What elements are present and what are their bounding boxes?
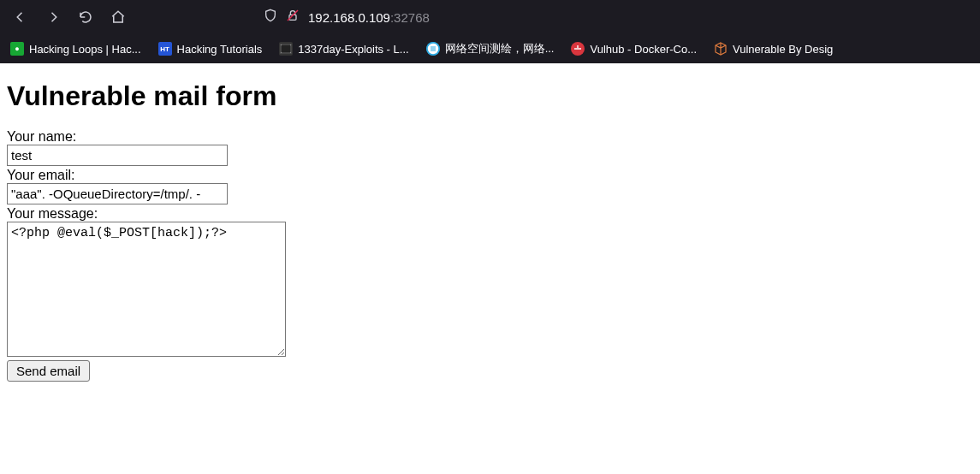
browser-toolbar: 192.168.0.109:32768 (0, 0, 980, 34)
home-icon (110, 9, 126, 25)
message-textarea[interactable] (7, 222, 286, 357)
name-label: Your name: (7, 129, 973, 145)
url-bar[interactable]: 192.168.0.109:32768 (257, 3, 973, 31)
url-host: 192.168.0.109 (308, 10, 390, 25)
bookmark-hacking-loops[interactable]: ● Hacking Loops | Hac... (5, 39, 146, 59)
name-input[interactable] (7, 145, 228, 166)
bookmark-favicon-icon (279, 42, 293, 56)
arrow-left-icon (13, 9, 28, 25)
arrow-right-icon (45, 9, 61, 25)
shield-icon (264, 9, 277, 26)
forward-button[interactable] (39, 3, 67, 31)
insecure-lock-icon (286, 9, 300, 26)
bookmark-favicon-icon: ● (10, 42, 24, 56)
bookmark-favicon-icon (426, 42, 440, 56)
bookmarks-bar: ● Hacking Loops | Hac... HT Hacking Tuto… (0, 34, 980, 63)
back-button[interactable] (7, 3, 34, 31)
reload-button[interactable] (72, 3, 99, 31)
reload-icon (78, 9, 93, 25)
bookmark-label: Vulnerable By Desig (733, 43, 833, 56)
browser-chrome: 192.168.0.109:32768 ● Hacking Loops | Ha… (0, 0, 980, 63)
send-email-button[interactable]: Send email (7, 360, 90, 382)
bookmark-favicon-icon (571, 42, 585, 56)
message-label: Your message: (7, 206, 973, 222)
svg-point-6 (281, 52, 282, 53)
email-label: Your email: (7, 168, 973, 183)
bookmark-fofa[interactable]: 网络空间测绘，网络... (421, 38, 560, 60)
svg-point-5 (290, 44, 291, 45)
page-content: Vulnerable mail form Your name: Your ema… (0, 63, 980, 388)
bookmark-vulhub[interactable]: Vulhub - Docker-Co... (566, 39, 702, 59)
svg-point-4 (281, 44, 282, 45)
page-title: Vulnerable mail form (7, 80, 973, 112)
bookmark-1337day[interactable]: 1337day-Exploits - L... (274, 39, 413, 59)
home-button[interactable] (104, 3, 132, 31)
url-port: :32768 (390, 10, 430, 25)
url-text: 192.168.0.109:32768 (308, 10, 430, 25)
bookmark-favicon-icon (714, 42, 728, 56)
bookmark-label: 网络空间测绘，网络... (445, 41, 555, 56)
email-input[interactable] (7, 183, 228, 204)
bookmark-hacking-tutorials[interactable]: HT Hacking Tutorials (153, 39, 268, 59)
svg-rect-3 (282, 45, 290, 52)
bookmark-label: 1337day-Exploits - L... (298, 43, 408, 56)
svg-point-7 (290, 52, 291, 53)
bookmark-label: Hacking Loops | Hac... (29, 43, 141, 56)
bookmark-favicon-icon: HT (158, 42, 172, 56)
bookmark-label: Hacking Tutorials (177, 43, 263, 56)
bookmark-vulnhub[interactable]: Vulnerable By Desig (709, 39, 838, 59)
bookmark-label: Vulhub - Docker-Co... (590, 43, 697, 56)
